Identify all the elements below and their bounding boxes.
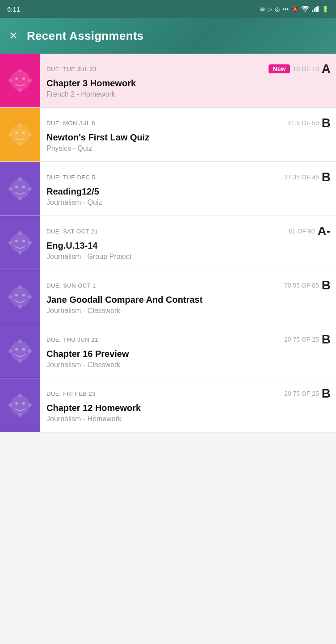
grade-letter: B bbox=[322, 171, 331, 183]
svg-rect-3 bbox=[315, 7, 317, 12]
assignment-subtitle: Physics - Quiz bbox=[46, 144, 331, 153]
assignment-thumbnail bbox=[0, 324, 40, 378]
svg-rect-2 bbox=[314, 8, 315, 12]
svg-point-35 bbox=[22, 294, 25, 297]
svg-point-42 bbox=[22, 348, 25, 351]
assignment-title: Eng.U.13-14 bbox=[46, 240, 331, 251]
assignment-list: DUE: TUE JUL 23 New 10 OF 10 A Chapter 3… bbox=[0, 54, 336, 432]
assignment-item[interactable]: DUE: TUE DEC 5 37.35 OF 45 B Reading12/5… bbox=[0, 162, 336, 216]
svg-point-27 bbox=[15, 240, 18, 242]
assignment-subtitle: Journalism - Classwork bbox=[46, 361, 331, 369]
svg-point-11 bbox=[28, 79, 32, 82]
svg-point-34 bbox=[15, 294, 18, 297]
assignment-meta: DUE: SAT OCT 21 81 OF 90 A- bbox=[46, 225, 331, 237]
svg-point-6 bbox=[15, 77, 18, 80]
svg-point-0 bbox=[305, 10, 306, 12]
status-time: 6:11 bbox=[7, 5, 20, 13]
score-text: 41.5 OF 50 bbox=[288, 119, 319, 127]
signal-icon bbox=[312, 5, 319, 13]
assignment-title: Chapter 12 Homework bbox=[46, 402, 331, 413]
assignment-item[interactable]: DUE: FRI FEB 23 20.75 OF 25 B Chapter 12… bbox=[0, 378, 336, 432]
assignment-item[interactable]: DUE: THU JUN 21 20.75 OF 25 B Chapter 16… bbox=[0, 324, 336, 378]
assignment-subtitle: Journalism - Homework bbox=[46, 415, 331, 423]
close-button[interactable]: ✕ bbox=[9, 30, 18, 42]
assignment-item[interactable]: DUE: SAT OCT 21 81 OF 90 A- Eng.U.13-14 … bbox=[0, 216, 336, 270]
circle-icon: ◎ bbox=[275, 6, 280, 13]
assignment-item[interactable]: DUE: MON JUL 8 41.5 OF 50 B Newton's Fir… bbox=[0, 108, 336, 162]
play-icon: ▷ bbox=[268, 6, 272, 13]
assignment-subtitle: Journalism - Group Project bbox=[46, 253, 331, 261]
svg-point-37 bbox=[18, 305, 22, 309]
assignment-item[interactable]: DUE: TUE JUL 23 New 10 OF 10 A Chapter 3… bbox=[0, 54, 336, 108]
assignment-item[interactable]: DUE: SUN OCT 1 70.55 OF 85 B Jane Goodal… bbox=[0, 270, 336, 324]
svg-point-29 bbox=[18, 231, 22, 235]
svg-point-10 bbox=[8, 79, 12, 82]
assignment-meta: DUE: TUE JUL 23 New 10 OF 10 A bbox=[46, 63, 331, 75]
due-date: DUE: TUE DEC 5 bbox=[46, 174, 95, 181]
assignment-subtitle: French 2 - Homework bbox=[46, 90, 331, 98]
svg-point-44 bbox=[18, 359, 22, 363]
svg-point-20 bbox=[15, 186, 18, 188]
svg-rect-4 bbox=[317, 6, 319, 12]
svg-point-24 bbox=[8, 187, 12, 191]
due-date: DUE: THU JUN 21 bbox=[46, 336, 98, 343]
assignment-thumbnail bbox=[0, 54, 40, 107]
score-text: 10 OF 10 bbox=[293, 65, 319, 72]
svg-point-12 bbox=[10, 125, 30, 144]
assignment-thumbnail bbox=[0, 270, 40, 324]
svg-point-17 bbox=[8, 133, 12, 136]
due-date: DUE: SAT OCT 21 bbox=[46, 228, 98, 235]
assignment-content: DUE: SAT OCT 21 81 OF 90 A- Eng.U.13-14 … bbox=[40, 216, 336, 270]
assignment-meta: DUE: MON JUL 8 41.5 OF 50 B bbox=[46, 117, 331, 129]
assignment-title: Chapter 3 Homework bbox=[46, 78, 331, 89]
new-badge: New bbox=[269, 64, 290, 73]
assignment-content: DUE: TUE DEC 5 37.35 OF 45 B Reading12/5… bbox=[40, 162, 336, 216]
assignment-content: DUE: TUE JUL 23 New 10 OF 10 A Chapter 3… bbox=[40, 54, 336, 107]
assignment-thumbnail bbox=[0, 216, 40, 270]
svg-point-39 bbox=[28, 295, 32, 299]
svg-point-22 bbox=[18, 177, 22, 181]
svg-point-30 bbox=[18, 251, 22, 254]
svg-point-49 bbox=[22, 402, 25, 405]
score-grade: 41.5 OF 50 B bbox=[288, 117, 331, 129]
due-date: DUE: FRI FEB 23 bbox=[46, 390, 96, 397]
svg-point-8 bbox=[18, 69, 22, 72]
svg-point-43 bbox=[18, 339, 22, 343]
svg-point-48 bbox=[15, 402, 18, 405]
score-text: 70.55 OF 85 bbox=[284, 282, 319, 289]
assignment-thumbnail bbox=[0, 162, 40, 216]
grade-letter: B bbox=[322, 117, 331, 129]
score-text: 20.75 OF 25 bbox=[284, 336, 319, 343]
assignment-content: DUE: SUN OCT 1 70.55 OF 85 B Jane Goodal… bbox=[40, 270, 336, 324]
svg-point-46 bbox=[28, 349, 32, 353]
score-grade: New 10 OF 10 A bbox=[269, 63, 331, 75]
svg-point-33 bbox=[10, 287, 30, 307]
svg-point-23 bbox=[18, 197, 22, 200]
svg-rect-1 bbox=[312, 10, 313, 12]
svg-point-16 bbox=[18, 143, 22, 146]
svg-point-45 bbox=[8, 349, 12, 353]
svg-point-7 bbox=[22, 77, 25, 80]
assignment-title: Reading12/5 bbox=[46, 186, 331, 197]
assignment-title: Chapter 16 Preview bbox=[46, 348, 331, 359]
due-date: DUE: SUN OCT 1 bbox=[46, 282, 96, 289]
grade-letter: B bbox=[322, 279, 331, 292]
grade-letter: B bbox=[322, 387, 331, 400]
svg-point-13 bbox=[15, 131, 18, 134]
svg-point-47 bbox=[10, 395, 30, 415]
page-title: Recent Assignments bbox=[27, 29, 144, 43]
battery-icon: 🔋 bbox=[322, 6, 329, 13]
score-grade: 37.35 OF 45 B bbox=[284, 171, 331, 183]
svg-point-26 bbox=[10, 233, 30, 253]
grade-letter: A- bbox=[317, 225, 331, 237]
assignment-meta: DUE: FRI FEB 23 20.75 OF 25 B bbox=[46, 387, 331, 400]
svg-point-40 bbox=[10, 341, 30, 361]
mute-icon: 🔕 bbox=[291, 6, 298, 13]
score-text: 20.75 OF 25 bbox=[284, 390, 319, 397]
svg-point-28 bbox=[22, 240, 25, 242]
assignment-content: DUE: MON JUL 8 41.5 OF 50 B Newton's Fir… bbox=[40, 108, 336, 161]
assignment-meta: DUE: SUN OCT 1 70.55 OF 85 B bbox=[46, 279, 331, 292]
assignment-title: Newton's First Law Quiz bbox=[46, 132, 331, 143]
due-date: DUE: MON JUL 8 bbox=[46, 120, 95, 127]
score-text: 81 OF 90 bbox=[289, 228, 315, 235]
